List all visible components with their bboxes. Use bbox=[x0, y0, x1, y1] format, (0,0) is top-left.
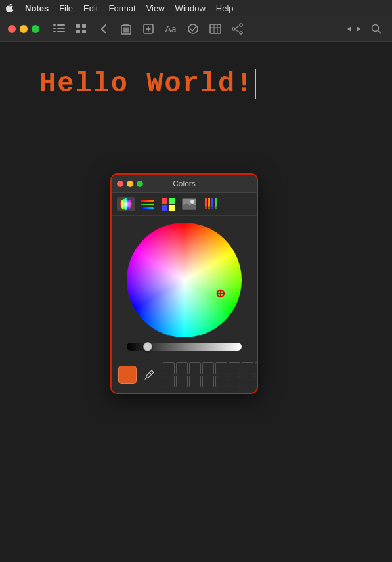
new-note-icon[interactable] bbox=[141, 21, 156, 37]
colors-minimize-button[interactable] bbox=[127, 181, 133, 187]
svg-rect-9 bbox=[82, 30, 86, 33]
brightness-thumb[interactable] bbox=[143, 342, 152, 351]
svg-rect-2 bbox=[53, 28, 56, 29]
svg-rect-42 bbox=[211, 198, 213, 207]
colors-traffic-lights bbox=[117, 181, 143, 187]
svg-rect-46 bbox=[211, 207, 213, 209]
swatch-13[interactable] bbox=[215, 376, 227, 387]
svg-rect-7 bbox=[82, 24, 86, 28]
svg-line-27 bbox=[378, 30, 381, 33]
brightness-track bbox=[127, 343, 242, 351]
text-cursor bbox=[255, 69, 256, 99]
note-text: Hello World! bbox=[39, 68, 253, 100]
colors-maximize-button[interactable] bbox=[137, 181, 143, 187]
swatch-5[interactable] bbox=[215, 362, 227, 374]
share-icon[interactable] bbox=[230, 21, 246, 37]
eyedropper-icon[interactable] bbox=[142, 367, 158, 383]
colors-bottom bbox=[112, 357, 257, 393]
swatch-3[interactable] bbox=[189, 362, 201, 374]
maximize-button[interactable] bbox=[32, 25, 39, 33]
svg-point-16 bbox=[188, 24, 198, 33]
color-wheel-area: ⊕ bbox=[112, 216, 257, 357]
swatch-6[interactable] bbox=[229, 362, 240, 374]
svg-rect-45 bbox=[208, 207, 210, 209]
color-sliders-tab[interactable] bbox=[138, 197, 156, 211]
menubar-window[interactable]: Window bbox=[175, 3, 206, 13]
svg-point-29 bbox=[120, 198, 132, 210]
color-tabs bbox=[112, 193, 257, 216]
svg-rect-30 bbox=[141, 200, 154, 202]
svg-rect-3 bbox=[57, 28, 65, 29]
menubar-notes[interactable]: Notes bbox=[25, 3, 49, 13]
swatch-15[interactable] bbox=[242, 376, 253, 387]
delete-icon[interactable] bbox=[118, 21, 134, 37]
svg-line-25 bbox=[235, 30, 240, 32]
table-icon[interactable] bbox=[207, 21, 223, 37]
swatch-9[interactable] bbox=[163, 376, 175, 387]
svg-rect-31 bbox=[141, 204, 154, 205]
colors-titlebar: Colors bbox=[112, 175, 257, 193]
brightness-slider[interactable] bbox=[127, 343, 242, 351]
menubar: Notes File Edit Format View Window Help bbox=[0, 0, 392, 16]
toolbar: Aa bbox=[0, 16, 392, 42]
swatch-11[interactable] bbox=[189, 376, 201, 387]
swatch-12[interactable] bbox=[202, 376, 214, 387]
swatch-16[interactable] bbox=[255, 376, 258, 387]
svg-point-21 bbox=[240, 24, 242, 26]
selected-color-swatch[interactable] bbox=[118, 366, 137, 384]
menubar-format[interactable]: Format bbox=[108, 3, 135, 13]
grid-view-icon[interactable] bbox=[74, 21, 89, 37]
svg-point-23 bbox=[240, 32, 242, 34]
svg-rect-4 bbox=[53, 31, 56, 32]
search-icon[interactable] bbox=[368, 21, 384, 37]
color-wheel-tab[interactable] bbox=[117, 197, 135, 211]
svg-rect-8 bbox=[76, 30, 80, 33]
svg-rect-41 bbox=[208, 198, 210, 207]
colors-panel-title: Colors bbox=[173, 179, 196, 188]
svg-rect-43 bbox=[215, 198, 217, 207]
svg-line-24 bbox=[235, 26, 240, 28]
svg-rect-6 bbox=[76, 24, 80, 28]
minimize-button[interactable] bbox=[20, 25, 28, 33]
svg-rect-34 bbox=[169, 198, 175, 204]
text-format-icon[interactable]: Aa bbox=[163, 21, 179, 37]
svg-rect-36 bbox=[169, 205, 175, 211]
pencil-tab[interactable] bbox=[201, 197, 219, 211]
color-wheel[interactable] bbox=[127, 223, 242, 337]
swatch-10[interactable] bbox=[176, 376, 188, 387]
close-button[interactable] bbox=[8, 25, 16, 33]
svg-rect-17 bbox=[210, 24, 221, 33]
color-palette-tab[interactable] bbox=[159, 197, 177, 211]
svg-rect-5 bbox=[57, 31, 65, 32]
swatch-1[interactable] bbox=[163, 362, 175, 374]
swatch-14[interactable] bbox=[229, 376, 240, 387]
swatch-7[interactable] bbox=[242, 362, 253, 374]
swatch-grid bbox=[163, 362, 258, 387]
menubar-file[interactable]: File bbox=[59, 3, 73, 13]
list-view-icon[interactable] bbox=[51, 21, 67, 37]
menubar-edit[interactable]: Edit bbox=[83, 3, 98, 13]
svg-rect-40 bbox=[205, 198, 207, 207]
image-palette-tab[interactable] bbox=[180, 197, 198, 211]
apple-menu[interactable] bbox=[5, 3, 14, 12]
main-content: Hello World! Colors bbox=[0, 42, 392, 562]
checklist-icon[interactable] bbox=[185, 21, 201, 37]
svg-point-22 bbox=[232, 28, 235, 30]
more-icon[interactable] bbox=[346, 21, 362, 37]
svg-rect-44 bbox=[205, 207, 207, 209]
swatch-4[interactable] bbox=[202, 362, 214, 374]
swatch-8[interactable] bbox=[255, 362, 258, 374]
svg-rect-33 bbox=[162, 198, 167, 204]
menubar-help[interactable]: Help bbox=[216, 3, 234, 13]
colors-panel: Colors bbox=[110, 173, 258, 394]
svg-rect-35 bbox=[162, 205, 167, 211]
svg-rect-47 bbox=[215, 207, 217, 209]
color-wheel-container[interactable]: ⊕ bbox=[127, 223, 242, 337]
colors-close-button[interactable] bbox=[117, 181, 123, 187]
traffic-lights bbox=[8, 25, 39, 33]
menubar-view[interactable]: View bbox=[146, 3, 165, 13]
back-icon[interactable] bbox=[96, 21, 112, 37]
svg-rect-32 bbox=[141, 207, 154, 209]
swatch-2[interactable] bbox=[176, 362, 188, 374]
note-title[interactable]: Hello World! bbox=[39, 68, 353, 100]
